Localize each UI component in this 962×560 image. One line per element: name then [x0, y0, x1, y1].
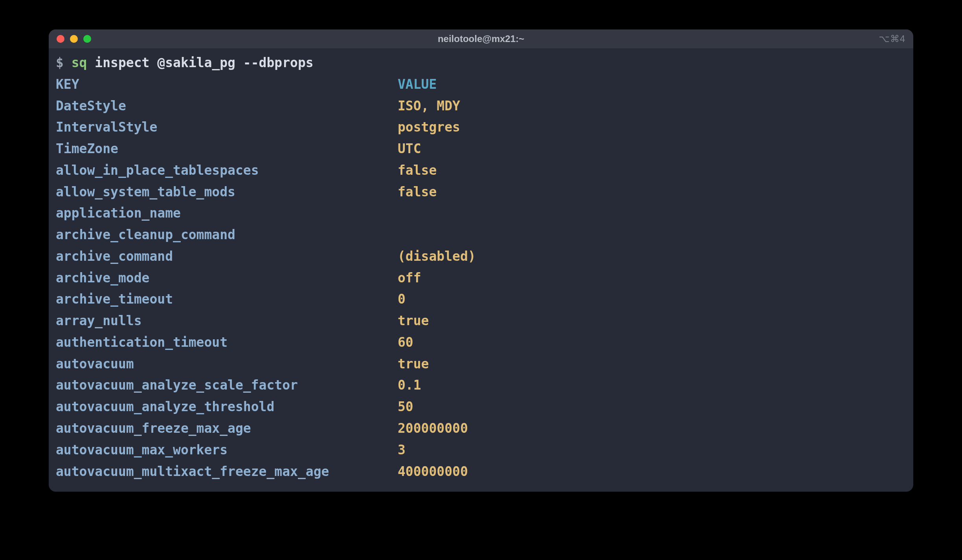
table-row: application_name	[56, 203, 906, 224]
row-value: 400000000	[398, 464, 468, 479]
header-key: KEY	[56, 74, 398, 95]
row-key: archive_timeout	[56, 289, 398, 310]
table-row: allow_in_place_tablespacesfalse	[56, 160, 906, 181]
row-value: 0	[398, 291, 406, 307]
row-key: authentication_timeout	[56, 332, 398, 353]
row-value: 60	[398, 335, 413, 350]
row-key: allow_in_place_tablespaces	[56, 160, 398, 181]
row-value: false	[398, 163, 437, 178]
row-key: autovacuum	[56, 353, 398, 375]
row-value: 50	[398, 399, 413, 414]
table-row: authentication_timeout60	[56, 332, 906, 353]
row-key: autovacuum_analyze_scale_factor	[56, 375, 398, 396]
maximize-icon[interactable]	[83, 35, 91, 43]
traffic-lights	[57, 35, 91, 43]
table-row: autovacuum_analyze_scale_factor0.1	[56, 375, 906, 396]
table-row: autovacuum_freeze_max_age200000000	[56, 418, 906, 439]
rows-container: DateStyleISO, MDYIntervalStylepostgresTi…	[56, 95, 906, 483]
table-row: autovacuum_multixact_freeze_max_age40000…	[56, 461, 906, 483]
row-key: autovacuum_freeze_max_age	[56, 418, 398, 439]
header-value: VALUE	[398, 77, 437, 92]
header-row: KEYVALUE	[56, 74, 906, 95]
row-key: archive_mode	[56, 267, 398, 289]
row-key: application_name	[56, 203, 398, 224]
table-row: autovacuum_max_workers3	[56, 439, 906, 461]
terminal-body[interactable]: $ sq inspect @sakila_pg --dbprops KEYVAL…	[49, 48, 913, 492]
row-key: archive_command	[56, 246, 398, 267]
row-value: (disabled)	[398, 249, 476, 264]
table-row: DateStyleISO, MDY	[56, 95, 906, 117]
table-row: archive_timeout0	[56, 289, 906, 310]
row-value: 3	[398, 442, 406, 458]
row-value: off	[398, 270, 421, 285]
row-value: 0.1	[398, 377, 421, 393]
close-icon[interactable]	[57, 35, 64, 43]
table-row: autovacuumtrue	[56, 353, 906, 375]
table-row: TimeZoneUTC	[56, 138, 906, 160]
row-value: UTC	[398, 141, 421, 156]
minimize-icon[interactable]	[70, 35, 78, 43]
row-key: autovacuum_max_workers	[56, 439, 398, 461]
row-key: autovacuum_multixact_freeze_max_age	[56, 461, 398, 483]
row-key: autovacuum_analyze_threshold	[56, 396, 398, 418]
row-value: postgres	[398, 119, 460, 135]
titlebar: neilotoole@mx21:~ ⌥⌘4	[49, 29, 913, 48]
row-key: allow_system_table_mods	[56, 181, 398, 203]
command-name: sq	[72, 55, 87, 70]
prompt-symbol: $	[56, 55, 72, 70]
row-value: ISO, MDY	[398, 98, 460, 113]
shortcut-hint: ⌥⌘4	[879, 33, 905, 44]
table-row: allow_system_table_modsfalse	[56, 181, 906, 203]
row-value: false	[398, 184, 437, 199]
row-key: IntervalStyle	[56, 117, 398, 138]
row-value: true	[398, 313, 429, 328]
table-row: autovacuum_analyze_threshold50	[56, 396, 906, 418]
row-value: true	[398, 356, 429, 372]
table-row: array_nullstrue	[56, 310, 906, 332]
table-row: archive_modeoff	[56, 267, 906, 289]
command-args: inspect @sakila_pg --dbprops	[87, 55, 314, 70]
row-key: DateStyle	[56, 95, 398, 117]
terminal-window: neilotoole@mx21:~ ⌥⌘4 $ sq inspect @saki…	[49, 29, 913, 492]
table-row: archive_cleanup_command	[56, 224, 906, 246]
row-key: array_nulls	[56, 310, 398, 332]
row-key: archive_cleanup_command	[56, 224, 398, 246]
window-title: neilotoole@mx21:~	[49, 33, 913, 44]
table-row: IntervalStylepostgres	[56, 117, 906, 138]
table-row: archive_command(disabled)	[56, 246, 906, 267]
row-value: 200000000	[398, 421, 468, 436]
prompt-line: $ sq inspect @sakila_pg --dbprops	[56, 52, 906, 74]
row-key: TimeZone	[56, 138, 398, 160]
